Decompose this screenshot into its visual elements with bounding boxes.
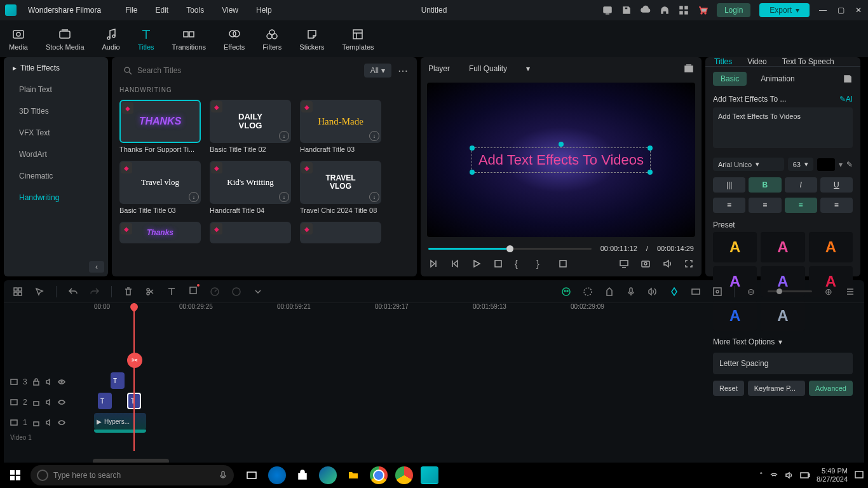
delete-icon[interactable] xyxy=(123,287,133,297)
more-tools-icon[interactable] xyxy=(253,287,263,297)
voiceover-icon[interactable] xyxy=(626,287,636,297)
edge2-icon[interactable] xyxy=(319,466,337,484)
tab-effects[interactable]: Effects xyxy=(224,27,245,51)
explorer-icon[interactable] xyxy=(344,466,362,484)
prev-frame-icon[interactable] xyxy=(428,259,438,269)
more-options-button[interactable]: ⋯ xyxy=(398,65,409,77)
preset-swatch[interactable]: A xyxy=(761,232,804,262)
ai-icon[interactable]: ✎AI xyxy=(839,95,853,104)
resize-handle[interactable] xyxy=(470,170,475,175)
preview-canvas[interactable]: Add Text Effects To Videos xyxy=(427,83,695,237)
menu-help[interactable]: Help xyxy=(256,6,272,15)
chrome-icon[interactable] xyxy=(370,466,388,484)
crop-tool-icon[interactable] xyxy=(188,285,198,295)
mute-icon[interactable] xyxy=(45,419,53,426)
redo-icon[interactable] xyxy=(90,287,100,297)
lock-icon[interactable] xyxy=(32,378,40,386)
title-card-thumb[interactable]: Hand-Made↓ xyxy=(300,100,381,143)
align-center-button[interactable]: ≡ xyxy=(749,198,781,213)
render-icon[interactable] xyxy=(583,287,593,297)
resize-handle[interactable] xyxy=(648,146,653,151)
play-icon[interactable] xyxy=(471,259,482,269)
text-icon[interactable] xyxy=(166,287,177,297)
playhead[interactable] xyxy=(133,303,135,451)
color-icon[interactable] xyxy=(231,287,241,297)
crop-icon[interactable] xyxy=(558,259,568,269)
title-card-thumb[interactable] xyxy=(300,222,381,243)
split-icon[interactable] xyxy=(145,287,155,297)
inspector-tab-titles[interactable]: Titles xyxy=(714,57,732,66)
device-icon[interactable] xyxy=(602,5,613,15)
mute-icon[interactable] xyxy=(45,398,53,406)
title-clip-2[interactable]: T xyxy=(98,393,112,409)
download-icon[interactable]: ↓ xyxy=(279,131,289,141)
font-family-dropdown[interactable]: Arial Unico▾ xyxy=(713,158,784,171)
download-icon[interactable]: ↓ xyxy=(369,192,379,202)
align-right-button[interactable]: ≡ xyxy=(785,198,817,213)
adjustment-icon[interactable] xyxy=(691,287,701,297)
store-icon[interactable] xyxy=(294,466,311,484)
title-card-thumb[interactable]: Travel vlog↓ xyxy=(119,161,201,204)
sidebar-item-vfx-text[interactable]: VFX Text xyxy=(4,122,108,144)
filmora-taskbar-icon[interactable] xyxy=(421,466,438,484)
minimize-button[interactable]: — xyxy=(818,6,827,15)
tab-templates[interactable]: Templates xyxy=(342,27,374,51)
marker-icon[interactable] xyxy=(604,287,614,297)
volume-icon[interactable] xyxy=(662,259,672,269)
login-button[interactable]: Login xyxy=(717,3,750,17)
battery-icon[interactable] xyxy=(800,471,810,479)
title-card-thumb[interactable] xyxy=(210,222,291,243)
wifi-icon[interactable] xyxy=(770,471,778,480)
mark-in-icon[interactable]: { xyxy=(515,259,525,269)
mute-icon[interactable] xyxy=(45,378,53,386)
download-icon[interactable]: ↓ xyxy=(369,131,379,141)
eye-icon[interactable] xyxy=(58,419,65,426)
stop-icon[interactable] xyxy=(493,259,503,269)
preset-swatch[interactable]: A xyxy=(713,232,757,262)
title-card-thumb[interactable]: TRAVELVLOG↓ xyxy=(300,161,381,204)
tab-stock-media[interactable]: Stock Media xyxy=(46,27,85,51)
zoom-in-button[interactable]: ⊕ xyxy=(824,287,834,297)
sidebar-item-handwriting[interactable]: Handwriting xyxy=(4,187,108,208)
preset-swatch[interactable]: A xyxy=(809,232,853,262)
collapse-sidebar-button[interactable]: ‹ xyxy=(89,261,104,273)
menu-file[interactable]: File xyxy=(125,6,137,15)
volume-tray-icon[interactable] xyxy=(785,471,794,480)
tab-stickers[interactable]: Stickers xyxy=(299,27,324,51)
tab-media[interactable]: Media xyxy=(9,27,28,51)
lock-icon[interactable] xyxy=(32,419,40,426)
cursor-icon[interactable] xyxy=(34,287,44,297)
cart-icon[interactable] xyxy=(698,5,708,15)
layout-icon[interactable] xyxy=(13,287,23,297)
title-card-thumb[interactable]: THANKS xyxy=(119,100,201,143)
quality-dropdown[interactable]: Full Quality▾ xyxy=(463,62,536,76)
edge-icon[interactable] xyxy=(268,466,286,484)
sidebar-header[interactable]: ▸Title Effects xyxy=(4,57,108,79)
sidebar-item-plain-text[interactable]: Plain Text xyxy=(4,79,108,100)
tab-filters[interactable]: Filters xyxy=(262,27,281,51)
rotate-handle[interactable] xyxy=(559,142,564,147)
tab-titles[interactable]: Titles xyxy=(138,27,154,51)
title-card-thumb[interactable]: Kid's Writting↓ xyxy=(210,161,291,204)
subtab-basic[interactable]: Basic xyxy=(713,72,747,86)
title-card-thumb[interactable]: Thanks xyxy=(119,222,201,243)
eye-icon[interactable] xyxy=(58,378,65,386)
text-overlay-box[interactable]: Add Text Effects To Videos xyxy=(471,147,651,173)
timeline-options-icon[interactable] xyxy=(845,287,855,297)
resize-handle[interactable] xyxy=(648,170,653,175)
menu-view[interactable]: View xyxy=(222,6,238,15)
text-spacing-button[interactable]: ||| xyxy=(713,177,745,193)
sidebar-item-cinematic[interactable]: Cinematic xyxy=(4,165,108,187)
mic-icon[interactable] xyxy=(219,471,227,480)
fullscreen-icon[interactable] xyxy=(684,259,694,269)
save-icon[interactable] xyxy=(621,5,632,15)
audio-mixer-icon[interactable] xyxy=(648,287,658,297)
zoom-out-button[interactable]: ⊖ xyxy=(746,287,756,297)
cut-indicator[interactable]: ✂ xyxy=(127,353,142,368)
download-icon[interactable]: ↓ xyxy=(279,192,289,202)
eyedropper-icon[interactable]: ✎ xyxy=(846,160,853,169)
track-head-3[interactable]: 3 xyxy=(4,372,90,392)
record-icon[interactable] xyxy=(712,287,722,297)
start-button[interactable] xyxy=(4,464,27,487)
task-view-icon[interactable] xyxy=(243,466,261,484)
